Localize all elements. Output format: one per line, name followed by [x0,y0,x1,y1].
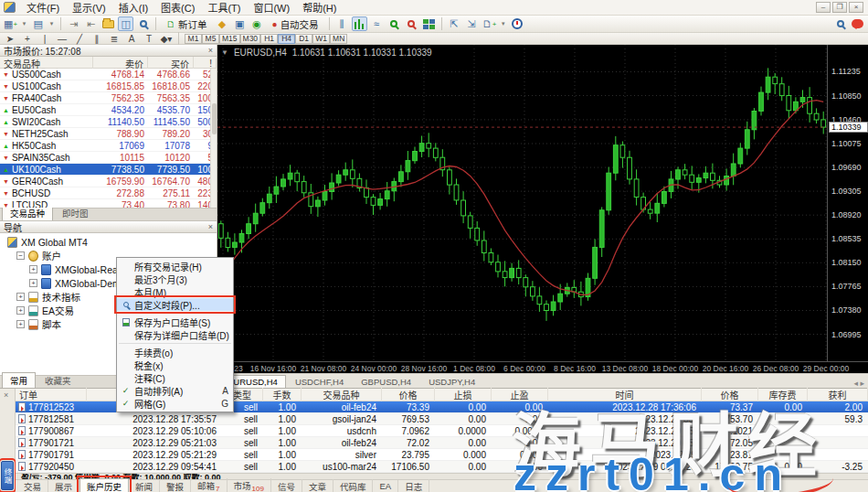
market-watch-row[interactable]: ▼LTCUSD73.4073.80140 [0,199,217,208]
community-notification-icon[interactable] [850,16,865,31]
profiles-folder-icon[interactable] [101,16,116,31]
navigator-tab-favorites[interactable]: 收藏夹 [37,372,79,388]
menubar-item[interactable]: 帮助(H) [296,0,343,16]
menubar-item[interactable]: 窗口(W) [247,0,296,16]
market-watch-row[interactable]: ▲UK100Cash7738.507739.50100 [0,164,217,176]
chart-area[interactable]: ▼ EURUSD,H4 1.10631 1.10631 1.10331 1.10… [217,45,868,361]
chart-tab-usdchf[interactable]: USDCHF,H4 [287,375,352,388]
context-menu-item[interactable]: 手续费(o) [117,346,233,358]
terminal-tab-邮箱[interactable]: 邮箱7 [191,478,227,492]
bar-chart-mode-icon[interactable]: ⫼ [334,16,350,31]
symbols-icon[interactable]: ◆ [215,16,230,31]
history-row[interactable]: 1778125812023.12.28 17:35:57sell1.00gsoi… [16,413,868,425]
context-menu-item[interactable]: 所有交易记录(H) [117,260,233,273]
close-button[interactable]: × [849,2,863,13]
context-menu-item[interactable]: 自定义时段(P)... [117,298,233,311]
arrange-asc-icon[interactable]: ⇱ [447,16,462,31]
indicators-dropdown-icon[interactable]: ▾ [499,16,507,31]
expand-plus-icon[interactable]: + [16,293,25,301]
close-icon[interactable]: × [4,390,8,400]
restore-button[interactable]: ❐ [832,2,847,13]
history-row[interactable]: 1779017912023.12.29 05:21:29sell1.00silv… [16,449,868,461]
history-row[interactable]: 1779008672023.12.29 05:10:06sell1.00usdc… [16,425,868,437]
terminal-tab-展示[interactable]: 展示 [48,479,79,492]
timeframe-button-d1[interactable]: D1 [295,34,312,44]
search-icon[interactable] [832,16,848,31]
close-icon[interactable]: × [208,46,213,55]
chart-shift-icon[interactable]: ⇥ [66,16,81,31]
zoom-in-icon[interactable] [386,16,402,31]
profiles-icon[interactable]: ▤ [30,16,46,31]
terminal-panel-icon[interactable]: ▣ [232,16,248,31]
periods-clock-icon[interactable] [509,16,524,31]
template-zoom-icon[interactable] [135,16,151,31]
arrange-desc-icon[interactable]: ⇲ [464,16,480,31]
history-row[interactable]: 1779204502023.12.29 09:54:41sell1.00us10… [16,461,868,473]
navigator-tab-common[interactable]: 常用 [2,372,36,388]
terminal-tab-日志[interactable]: 日志 [398,479,429,492]
chart-marker-icon[interactable]: ▼ [221,48,228,57]
menubar-item[interactable]: 插入(I) [112,0,154,16]
timeframe-button-m15[interactable]: M15 [219,34,240,44]
new-chart-icon[interactable]: ▦+ [3,16,18,31]
market-watch-row[interactable]: ▲EU50Cash4534.204535.70150 [0,104,217,116]
context-menu-item[interactable]: ✓网格(G)G [117,397,233,410]
context-menu-item[interactable]: 本月(M) [117,285,233,298]
market-watch-row[interactable]: ▼GER40Cash16759.9016764.70480 [0,176,217,187]
terminal-tab-警报[interactable]: 警报 [160,479,191,492]
candlestick-chart[interactable] [217,45,827,361]
timeframe-button-h1[interactable]: H1 [260,34,278,44]
market-watch-row[interactable]: ▲HK50Cash17069170789 [0,140,217,152]
line-chart-mode-icon[interactable]: ≈ [369,16,385,31]
menubar-item[interactable]: 工具(T) [201,0,247,16]
hline-tool-icon[interactable]: — [56,34,69,44]
timeframe-button-m5[interactable]: M5 [202,34,219,44]
terminal-tab-代码库[interactable]: 代码库 [333,479,374,492]
context-menu-item[interactable]: ✓自动排列(A)A [117,384,233,397]
fibonacci-tool-icon[interactable]: ≣ [108,34,121,44]
profiles-dropdown-icon[interactable]: ▾ [48,16,56,31]
crosshair-tool-icon[interactable]: + [21,34,34,44]
terminal-tab-EA[interactable]: EA [373,480,398,492]
context-menu-item[interactable]: 税金(x) [117,358,233,371]
terminal-tab-文章[interactable]: 文章 [302,479,333,492]
tile-windows-icon[interactable] [421,16,437,31]
collapse-minus-icon[interactable]: − [16,251,25,260]
market-watch-row[interactable]: ▼NETH25Cash788.90789.2030 [0,128,217,140]
market-watch-row[interactable]: ▼US100Cash16815.8516818.05220 [0,80,217,92]
timeframe-button-m1[interactable]: M1 [185,34,202,44]
terminal-tab-市场[interactable]: 市场109 [228,478,271,492]
timeframe-button-w1[interactable]: W1 [312,34,330,44]
history-row[interactable]: 1779017212023.12.29 05:21:03sell1.00oil-… [16,437,868,449]
market-watch-row[interactable]: ▼US500Cash4768.144768.6652 [0,69,217,80]
menubar-item[interactable]: 图表(C) [154,0,201,16]
strategy-tester-icon[interactable]: ◉ [249,16,265,31]
minimize-button[interactable]: – [816,2,831,13]
candlestick-mode-icon[interactable] [352,16,367,31]
cursor-tool-icon[interactable]: ➤ [4,34,16,44]
navigator-tree-item[interactable]: XM Global MT4 [0,235,217,249]
market-watch-row[interactable]: ▼SPAIN35Cash10115101205 [0,152,217,164]
new-order-button[interactable]: 🗋 新订单 [161,16,213,31]
timeframe-button-h4[interactable]: H4 [278,34,295,44]
new-chart-dropdown-icon[interactable]: ▾ [20,16,28,31]
terminal-tab-交易[interactable]: 交易 [17,479,48,492]
menubar-item[interactable]: 文件(F) [20,0,66,16]
navigator-header[interactable]: 导航 × [0,221,217,233]
terminal-tab-账户历史[interactable]: 账户历史 [79,478,129,492]
vline-tool-icon[interactable]: | [38,34,51,44]
expand-plus-icon[interactable]: + [16,320,25,328]
indicators-add-icon[interactable]: 🗋+ [482,16,498,31]
expand-plus-icon[interactable]: + [29,279,37,287]
chart-window-icon[interactable]: ◫ [118,16,133,31]
label-tool-icon[interactable]: T [143,34,155,44]
autotrading-button[interactable]: ● 自动交易 [267,16,324,31]
time-axis[interactable]: 9 Nov 202316 Nov 16:0021 Nov 08:0024 Nov… [217,361,868,373]
zoom-out-icon[interactable] [404,16,419,31]
market-watch-row[interactable]: ▲SWI20Cash11140.5011145.50500 [0,116,217,128]
market-watch-header[interactable]: 市场报价: 15:27:08 × [0,45,217,57]
auto-scroll-icon[interactable]: ⇤ [83,16,99,31]
expand-plus-icon[interactable]: + [16,306,25,315]
terminal-tab-新闻[interactable]: 新闻 [129,479,160,492]
timeframe-button-mn[interactable]: MN [330,34,347,44]
